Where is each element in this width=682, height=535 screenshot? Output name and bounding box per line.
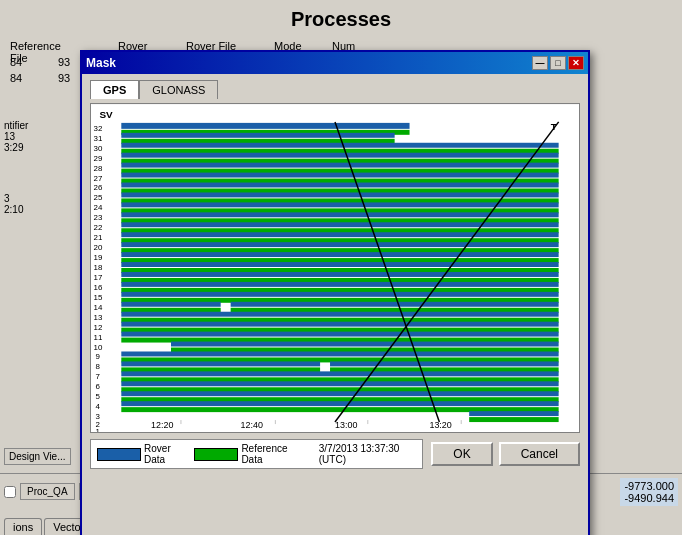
svg-rect-69 <box>121 332 558 337</box>
svg-text:7: 7 <box>95 372 100 381</box>
svg-text:29: 29 <box>93 154 102 163</box>
ok-button[interactable]: OK <box>431 442 492 466</box>
svg-rect-16 <box>121 163 558 168</box>
svg-text:27: 27 <box>93 174 102 183</box>
cancel-button[interactable]: Cancel <box>499 442 580 466</box>
legend-buttons-row: Rover Data Reference Data 3/7/2013 13:37… <box>90 439 580 469</box>
svg-text:1: 1 <box>95 427 100 432</box>
svg-rect-63 <box>121 312 558 317</box>
svg-rect-55 <box>121 292 558 297</box>
chart-area: SV 32 31 30 29 28 <box>90 103 580 433</box>
svg-text:19: 19 <box>93 253 102 262</box>
left-side-info: ntifier 13 3:29 3 2:10 <box>4 120 28 215</box>
reference-legend: Reference Data <box>194 443 302 465</box>
svg-text:10: 10 <box>93 343 102 352</box>
svg-rect-13 <box>121 153 558 158</box>
svg-rect-86 <box>121 381 558 386</box>
modal-title: Mask <box>86 56 116 70</box>
reference-legend-label: Reference Data <box>241 443 302 465</box>
svg-rect-22 <box>121 183 558 188</box>
svg-text:23: 23 <box>93 213 102 222</box>
design-view-button[interactable]: Design Vie... <box>4 448 71 465</box>
svg-rect-83 <box>121 371 558 376</box>
svg-text:14: 14 <box>93 303 102 312</box>
svg-text:12:20: 12:20 <box>151 420 173 430</box>
svg-rect-52 <box>121 282 558 287</box>
svg-text:12: 12 <box>93 323 102 332</box>
svg-rect-95 <box>469 411 558 416</box>
modal-titlebar: Mask — □ ✕ <box>82 52 588 74</box>
tab-gps[interactable]: GPS <box>90 80 139 99</box>
maximize-button[interactable]: □ <box>550 56 566 70</box>
svg-text:16: 16 <box>93 283 102 292</box>
svg-rect-10 <box>121 143 558 148</box>
svg-text:4: 4 <box>95 402 100 411</box>
tab-glonass[interactable]: GLONASS <box>139 80 218 99</box>
rover-legend-color <box>97 448 141 461</box>
svg-rect-37 <box>121 232 558 237</box>
svg-text:18: 18 <box>93 263 102 272</box>
modal-body: GPS GLONASS SV 32 31 <box>82 74 588 475</box>
svg-rect-58 <box>121 302 220 307</box>
svg-text:13:20: 13:20 <box>429 420 451 430</box>
titlebar-buttons: — □ ✕ <box>532 56 584 70</box>
svg-text:13:00: 13:00 <box>335 420 357 430</box>
svg-text:5: 5 <box>95 392 100 401</box>
svg-text:6: 6 <box>95 382 100 391</box>
svg-text:28: 28 <box>93 164 102 173</box>
svg-rect-43 <box>121 252 558 257</box>
page-title: Processes <box>0 0 682 35</box>
chart-tabs: GPS GLONASS <box>90 80 580 99</box>
svg-text:SV: SV <box>99 109 113 120</box>
tab-ions[interactable]: ions <box>4 518 42 535</box>
close-button[interactable]: ✕ <box>568 56 584 70</box>
svg-rect-72 <box>171 342 559 347</box>
svg-rect-40 <box>121 242 558 247</box>
svg-rect-7 <box>121 133 394 138</box>
svg-text:31: 31 <box>93 134 102 143</box>
rover-legend-label: Rover Data <box>144 443 188 465</box>
svg-text:20: 20 <box>93 243 102 252</box>
svg-rect-46 <box>121 262 558 267</box>
legend-datetime: 3/7/2013 13:37:30 (UTC) <box>319 443 417 465</box>
svg-text:30: 30 <box>93 144 102 153</box>
svg-text:24: 24 <box>93 203 102 212</box>
svg-rect-92 <box>121 401 558 406</box>
svg-rect-34 <box>121 222 558 227</box>
svg-text:11: 11 <box>93 333 102 342</box>
rover-legend: Rover Data <box>97 443 188 465</box>
mask-modal: Mask — □ ✕ GPS GLONASS SV <box>80 50 590 535</box>
svg-text:15: 15 <box>93 293 102 302</box>
proc-qa-checkbox[interactable] <box>4 486 16 498</box>
svg-text:22: 22 <box>93 223 102 232</box>
svg-text:21: 21 <box>93 233 102 242</box>
svg-rect-19 <box>121 173 558 178</box>
svg-rect-59 <box>231 302 559 307</box>
svg-text:9: 9 <box>95 352 100 361</box>
svg-rect-78 <box>121 361 320 366</box>
modal-action-buttons: OK Cancel <box>431 442 580 466</box>
svg-rect-96 <box>469 417 558 422</box>
chart-svg: SV 32 31 30 29 28 <box>91 104 579 432</box>
svg-rect-75 <box>121 351 558 356</box>
right-values: -9773.000 -9490.944 <box>620 478 678 506</box>
svg-rect-49 <box>121 272 558 277</box>
svg-text:17: 17 <box>93 273 102 282</box>
proc-qa-button[interactable]: Proc_QA <box>20 483 75 500</box>
svg-text:13: 13 <box>93 313 102 322</box>
svg-text:32: 32 <box>93 124 102 133</box>
svg-rect-31 <box>121 212 558 217</box>
svg-rect-4 <box>121 123 409 129</box>
svg-rect-25 <box>121 192 558 197</box>
svg-rect-66 <box>121 322 558 327</box>
svg-text:8: 8 <box>95 362 100 371</box>
reference-legend-color <box>194 448 238 461</box>
legend-area: Rover Data Reference Data 3/7/2013 13:37… <box>90 439 423 469</box>
svg-text:25: 25 <box>93 193 102 202</box>
svg-rect-28 <box>121 202 558 207</box>
minimize-button[interactable]: — <box>532 56 548 70</box>
svg-text:12:40: 12:40 <box>241 420 263 430</box>
svg-rect-79 <box>330 361 559 366</box>
svg-rect-89 <box>121 391 558 396</box>
svg-text:26: 26 <box>93 183 102 192</box>
